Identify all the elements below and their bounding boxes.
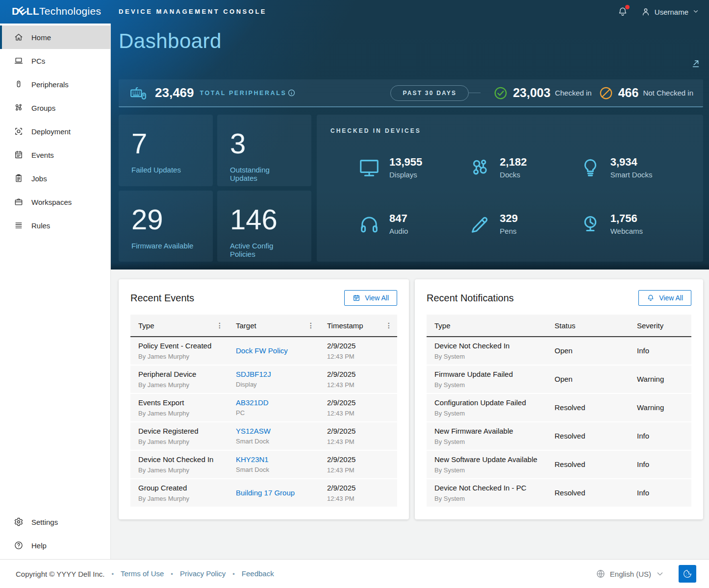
event-target-link[interactable]: KHY23N1 xyxy=(236,455,269,464)
page-title: Dashboard xyxy=(119,29,222,53)
clipboard-icon xyxy=(14,173,24,183)
mouse-icon xyxy=(14,79,24,89)
sidebar-item-pcs[interactable]: PCs xyxy=(0,49,110,73)
slash-circle-icon xyxy=(599,86,613,100)
calendar-icon xyxy=(14,150,24,160)
question-icon xyxy=(14,540,24,550)
copyright: Copyright © YYYY Dell Inc. xyxy=(16,570,104,578)
device-stat-displays: 13,955 Displays xyxy=(358,139,468,196)
info-icon[interactable] xyxy=(287,89,296,97)
username-label: Username xyxy=(655,8,688,16)
notification-row[interactable]: New Software Update AvailableBy System R… xyxy=(427,451,691,479)
recent-events-title: Recent Events xyxy=(130,293,194,304)
tile-failed-updates[interactable]: 7 Failed Updates xyxy=(119,115,213,186)
sidebar-item-peripherals[interactable]: Peripherals xyxy=(0,73,110,96)
dell-logo[interactable]: DELLTechnologies xyxy=(12,5,101,17)
sort-menu-icon[interactable]: ⋮ xyxy=(307,321,314,329)
events-table-header: Type⋮ Target⋮ Timestamp⋮ xyxy=(130,315,397,337)
sidebar-item-home[interactable]: Home xyxy=(0,25,110,49)
sidebar-item-deployment[interactable]: Deployment xyxy=(0,120,110,143)
event-row[interactable]: Device RegisteredBy James Murphy YS12ASW… xyxy=(130,422,397,451)
sidebar-item-settings[interactable]: Settings xyxy=(0,510,110,534)
device-stat-smart-docks: 3,934 Smart Docks xyxy=(579,139,689,196)
event-target-link[interactable]: YS12ASW xyxy=(236,427,271,435)
event-target-link[interactable]: AB321DD xyxy=(236,398,269,407)
home-icon xyxy=(14,32,24,42)
footer-link-feedback[interactable]: Feedback xyxy=(242,569,274,578)
notifications-col-type: Type xyxy=(427,321,547,330)
checked-in-devices-panel: CHECKED IN DEVICES 13,955 Displays 2,182… xyxy=(317,115,703,262)
sidebar-item-events[interactable]: Events xyxy=(0,143,110,167)
briefcase-icon xyxy=(14,197,24,207)
device-management-console: DELLTechnologies DEVICE MANAGEMENT CONSO… xyxy=(0,0,709,588)
event-target-link[interactable]: Dock FW Policy xyxy=(236,346,288,355)
summary-tiles: 7 Failed Updates 3 Outstanding Updates 2… xyxy=(119,115,311,262)
language-selector[interactable]: English (US) xyxy=(610,570,651,578)
tile-active-config-policies[interactable]: 146 Active Config Policies xyxy=(217,191,311,262)
peripherals-stats-bar: 23,469 TOTAL PERIPHERALS PAST 30 DAYS 23… xyxy=(119,79,703,107)
cookie-consent-button[interactable] xyxy=(679,565,696,583)
events-col-timestamp: Timestamp⋮ xyxy=(319,321,397,330)
notification-row[interactable]: Device Not Checked In - PCBy System Reso… xyxy=(427,479,691,508)
event-row[interactable]: Events ExportBy James Murphy AB321DDPC 2… xyxy=(130,394,397,422)
sidebar-item-jobs[interactable]: Jobs xyxy=(0,167,110,190)
checked-in-devices-heading: CHECKED IN DEVICES xyxy=(330,127,689,134)
not-checked-in-value: 466 xyxy=(618,86,639,100)
notifications-col-severity: Severity xyxy=(629,321,691,330)
event-row[interactable]: Peripheral DeviceBy James Murphy SDJBF12… xyxy=(130,366,397,394)
recent-events-card: Recent Events View All Type⋮ Target⋮ Tim… xyxy=(119,279,409,519)
chevron-down-icon xyxy=(692,8,699,16)
pen-icon xyxy=(468,213,491,235)
device-stat-audio: 847 Audio xyxy=(358,196,468,252)
notification-row[interactable]: Device Not Checked InBy System Open Info xyxy=(427,337,691,366)
footer: Copyright © YYYY Dell Inc. •Terms of Use… xyxy=(0,559,709,588)
bulb-icon xyxy=(579,156,602,179)
notification-row[interactable]: New Firmware AvailableBy System Resolved… xyxy=(427,422,691,451)
display-icon xyxy=(358,156,380,179)
docks-icon xyxy=(468,156,491,179)
user-menu[interactable]: Username xyxy=(641,7,699,17)
keyboard-mouse-icon xyxy=(128,85,148,101)
cookie-icon xyxy=(682,568,693,579)
device-stat-pens: 329 Pens xyxy=(468,196,579,252)
sidebar-item-workspaces[interactable]: Workspaces xyxy=(0,190,110,214)
list-icon xyxy=(14,220,24,230)
sort-menu-icon[interactable]: ⋮ xyxy=(216,321,223,329)
notification-badge xyxy=(625,5,630,9)
chevron-down-icon[interactable] xyxy=(656,570,664,578)
notifications-bell-icon[interactable] xyxy=(617,6,628,17)
event-row[interactable]: Policy Event - CreatedBy James Murphy Do… xyxy=(130,337,397,366)
laptop-icon xyxy=(14,56,24,66)
event-target-link[interactable]: Building 17 Group xyxy=(236,489,295,497)
notification-row[interactable]: Configuration Update FailedBy System Res… xyxy=(427,394,691,422)
notification-row[interactable]: Firmware Update FailedBy System Open War… xyxy=(427,366,691,394)
gear-icon xyxy=(14,517,24,527)
device-stat-docks: 2,182 Docks xyxy=(468,139,579,196)
product-title: DEVICE MANAGEMENT CONSOLE xyxy=(119,8,267,15)
footer-link-terms-of-use[interactable]: Terms of Use xyxy=(121,569,164,578)
tile-firmware-available[interactable]: 29 Firmware Available xyxy=(119,191,213,262)
event-row[interactable]: Device Not Checked InBy James Murphy KHY… xyxy=(130,451,397,479)
bell-icon xyxy=(647,294,655,302)
view-all-events-button[interactable]: View All xyxy=(344,290,397,306)
expand-icon[interactable] xyxy=(690,58,701,69)
checked-in-value: 23,003 xyxy=(513,86,550,100)
sort-menu-icon[interactable]: ⋮ xyxy=(385,321,392,329)
footer-link-privacy-policy[interactable]: Privacy Policy xyxy=(180,569,226,578)
event-target-link[interactable]: SDJBF12J xyxy=(236,370,271,378)
topbar: DELLTechnologies DEVICE MANAGEMENT CONSO… xyxy=(0,0,709,24)
event-row[interactable]: Group CreatedBy James Murphy Building 17… xyxy=(130,479,397,508)
events-col-type: Type⋮ xyxy=(130,321,228,330)
events-col-target: Target⋮ xyxy=(228,321,319,330)
period-filter[interactable]: PAST 30 DAYS xyxy=(390,85,469,101)
sidebar-item-rules[interactable]: Rules xyxy=(0,214,110,237)
calendar-icon xyxy=(353,294,360,302)
notifications-table-header: Type Status Severity xyxy=(427,315,691,337)
view-all-notifications-button[interactable]: View All xyxy=(638,290,691,306)
total-peripherals-label: TOTAL PERIPHERALS xyxy=(200,90,287,97)
sidebar-item-groups[interactable]: Groups xyxy=(0,96,110,120)
sidebar: Home PCs Peripherals Groups Deployment E… xyxy=(0,24,111,559)
sidebar-item-help[interactable]: Help xyxy=(0,534,110,557)
deployment-icon xyxy=(14,126,24,136)
tile-outstanding-updates[interactable]: 3 Outstanding Updates xyxy=(217,115,311,186)
